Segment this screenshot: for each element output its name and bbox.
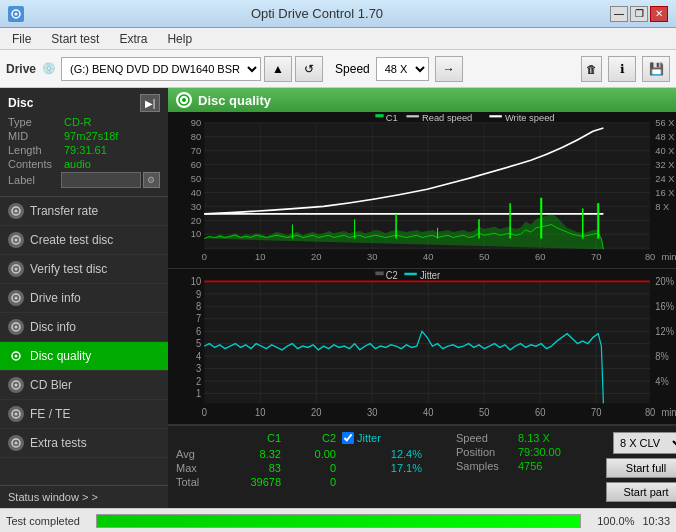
sidebar-item-drive-info[interactable]: Drive info	[0, 284, 168, 313]
menu-start-test[interactable]: Start test	[43, 30, 107, 48]
menubar: File Start test Extra Help	[0, 28, 676, 50]
chart1-svg: 90 80 70 60 50 40 30 20 10 56 X 48 X 40 …	[168, 112, 676, 268]
window-controls: — ❐ ✕	[610, 6, 668, 22]
svg-text:50: 50	[191, 173, 201, 184]
charts: 90 80 70 60 50 40 30 20 10 56 X 48 X 40 …	[168, 112, 676, 425]
sidebar-item-disc-info[interactable]: Disc info	[0, 313, 168, 342]
svg-text:50: 50	[479, 251, 489, 262]
c2-header: C2	[281, 432, 336, 444]
transfer-rate-icon	[8, 203, 24, 219]
svg-text:7: 7	[196, 312, 201, 324]
disc-quality-icon	[8, 348, 24, 364]
svg-rect-128	[375, 271, 383, 275]
svg-text:12%: 12%	[655, 325, 674, 337]
speed-mode-select[interactable]: 8 X CLV 4 X CLV 16 X CLV	[613, 432, 676, 454]
speed-label: Speed	[335, 62, 370, 76]
position-key: Position	[456, 446, 514, 458]
disc-quality-label: Disc quality	[30, 349, 91, 363]
svg-text:1: 1	[196, 387, 201, 399]
length-value: 79:31.61	[64, 144, 107, 156]
sidebar-item-transfer-rate[interactable]: Transfer rate	[0, 197, 168, 226]
sidebar-item-fe-te[interactable]: FE / TE	[0, 400, 168, 429]
svg-text:10: 10	[191, 228, 201, 239]
speed-select[interactable]: 48 X 32 X 24 X	[376, 57, 429, 81]
avg-c1: 8.32	[226, 448, 281, 460]
clear-button[interactable]: 🗑	[581, 56, 602, 82]
svg-text:8 X: 8 X	[655, 200, 670, 211]
avg-label: Avg	[176, 448, 226, 460]
start-part-button[interactable]: Start part	[606, 482, 676, 502]
menu-help[interactable]: Help	[159, 30, 200, 48]
verify-test-disc-label: Verify test disc	[30, 262, 107, 276]
drive-select[interactable]: (G:) BENQ DVD DD DW1640 BSRB	[61, 57, 261, 81]
sidebar-item-extra-tests[interactable]: Extra tests	[0, 429, 168, 458]
disc-eject-button[interactable]: ▶|	[140, 94, 160, 112]
status-window-button[interactable]: Status window > >	[0, 485, 168, 508]
label-input[interactable]	[61, 172, 141, 188]
menu-extra[interactable]: Extra	[111, 30, 155, 48]
avg-c2: 0.00	[281, 448, 336, 460]
sidebar-item-verify-test-disc[interactable]: Verify test disc	[0, 255, 168, 284]
create-test-disc-icon	[8, 232, 24, 248]
max-c1: 83	[226, 462, 281, 474]
length-key: Length	[8, 144, 64, 156]
total-c2: 0	[281, 476, 336, 488]
contents-key: Contents	[8, 158, 64, 170]
start-full-button[interactable]: Start full	[606, 458, 676, 478]
svg-text:10: 10	[255, 406, 266, 418]
svg-text:80: 80	[191, 131, 201, 142]
save-button[interactable]: 💾	[642, 56, 670, 82]
svg-text:min: min	[661, 251, 676, 262]
svg-text:50: 50	[479, 406, 490, 418]
drive-info-icon	[8, 290, 24, 306]
info-button[interactable]: ℹ	[608, 56, 636, 82]
jitter-checkbox[interactable]	[342, 432, 354, 444]
verify-test-disc-icon	[8, 261, 24, 277]
svg-text:20%: 20%	[655, 275, 674, 287]
svg-text:40: 40	[423, 251, 433, 262]
svg-text:30: 30	[191, 200, 201, 211]
eject-button[interactable]: ▲	[264, 56, 292, 82]
svg-text:30: 30	[367, 406, 378, 418]
fe-te-icon	[8, 406, 24, 422]
svg-text:Read speed: Read speed	[422, 112, 472, 123]
extra-tests-icon	[8, 435, 24, 451]
sidebar-item-create-test-disc[interactable]: Create test disc	[0, 226, 168, 255]
label-settings-button[interactable]: ⚙	[143, 172, 160, 188]
speed-apply-button[interactable]: →	[435, 56, 463, 82]
mid-key: MID	[8, 130, 64, 142]
svg-text:60: 60	[191, 159, 201, 170]
svg-text:5: 5	[196, 337, 201, 349]
svg-text:32 X: 32 X	[655, 159, 675, 170]
svg-text:C2: C2	[386, 269, 398, 281]
menu-file[interactable]: File	[4, 30, 39, 48]
svg-text:70: 70	[191, 145, 201, 156]
fe-te-label: FE / TE	[30, 407, 70, 421]
sidebar-item-cd-bler[interactable]: CD Bler	[0, 371, 168, 400]
stats-panel: C1 C2 Jitter Avg 8.32 0.00 12.4% Max	[168, 425, 676, 508]
create-test-disc-label: Create test disc	[30, 233, 113, 247]
jitter-header: Jitter	[357, 432, 381, 444]
disc-panel: Disc ▶| Type CD-R MID 97m27s18f Length 7…	[0, 88, 168, 197]
svg-text:10: 10	[255, 251, 265, 262]
svg-text:56 X: 56 X	[655, 117, 675, 128]
svg-text:30: 30	[367, 251, 377, 262]
svg-rect-84	[204, 281, 650, 403]
total-label: Total	[176, 476, 226, 488]
close-button[interactable]: ✕	[650, 6, 668, 22]
svg-text:20: 20	[311, 406, 322, 418]
position-val: 79:30.00	[518, 446, 561, 458]
content-header-icon	[176, 92, 192, 108]
sidebar: Disc ▶| Type CD-R MID 97m27s18f Length 7…	[0, 88, 168, 508]
svg-text:20: 20	[311, 251, 321, 262]
refresh-button[interactable]: ↺	[295, 56, 323, 82]
svg-text:8: 8	[196, 300, 201, 312]
speed-val: 8.13 X	[518, 432, 550, 444]
restore-button[interactable]: ❐	[630, 6, 648, 22]
progress-bar-container	[96, 514, 581, 528]
svg-text:80: 80	[645, 251, 655, 262]
minimize-button[interactable]: —	[610, 6, 628, 22]
svg-text:3: 3	[196, 362, 201, 374]
disc-info-icon	[8, 319, 24, 335]
sidebar-item-disc-quality[interactable]: Disc quality	[0, 342, 168, 371]
